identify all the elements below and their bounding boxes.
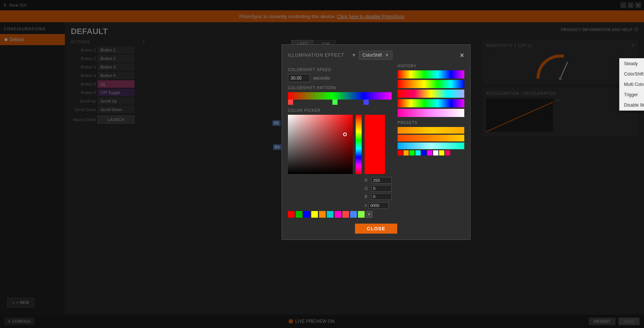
preset-dot-4[interactable]: [421, 150, 426, 155]
swatch-yellow[interactable]: [311, 211, 318, 218]
color-picker-label: COLOR PICKER: [288, 108, 392, 113]
history-item-2[interactable]: [398, 90, 464, 98]
swatch-lightblue[interactable]: [350, 211, 357, 218]
dropdown-item-trigger[interactable]: Trigger: [620, 90, 644, 100]
preset-item-2[interactable]: [398, 143, 464, 149]
effect-selector: ▼ ColorShift ▼: [352, 51, 392, 60]
color-preview-box: [365, 115, 385, 174]
modal-body: COLORSHIFT SPEED seconds COLORSHIFT PATT…: [288, 64, 464, 218]
hex-row: #: [365, 202, 392, 209]
preset-dot-2[interactable]: [409, 150, 415, 155]
pattern-bar[interactable]: [288, 92, 392, 100]
pattern-marker-red[interactable]: [288, 100, 293, 105]
preset-dot-1[interactable]: [404, 150, 409, 155]
rgb-inputs: R G B #: [365, 177, 392, 209]
preset-dot-5[interactable]: [427, 150, 432, 155]
modal-close-x-button[interactable]: ✕: [459, 52, 464, 59]
swatch-orange[interactable]: [319, 211, 326, 218]
hex-input[interactable]: [368, 202, 389, 209]
illumination-modal: ILLUMINATION EFFECT ▼ ColorShift ▼ ✕ Ste…: [282, 44, 471, 240]
preset-item-0[interactable]: [398, 127, 464, 134]
preset-dot-3[interactable]: [415, 150, 421, 155]
preset-dot-8[interactable]: [445, 150, 450, 155]
b-input[interactable]: [371, 193, 392, 200]
dropdown-item-colorshift[interactable]: ColorShift: [620, 69, 644, 79]
r-input[interactable]: [371, 177, 392, 184]
rgb-b-row: B: [365, 193, 392, 200]
swatch-lime[interactable]: [358, 211, 365, 218]
rgb-g-row: G: [365, 185, 392, 192]
swatch-green[interactable]: [296, 211, 302, 218]
colorshift-pattern-label: COLORSHIFT PATTERN: [288, 86, 392, 90]
swatch-more-button[interactable]: ▼: [366, 211, 372, 218]
preset-dot-6[interactable]: [433, 150, 438, 155]
swatch-cyan[interactable]: [327, 211, 333, 218]
colorshift-speed-label: COLORSHIFT SPEED: [288, 68, 392, 72]
pattern-markers: [288, 100, 392, 106]
modal-title: ILLUMINATION EFFECT: [288, 53, 344, 58]
history-label: HISTORY: [398, 64, 464, 68]
history-item-0[interactable]: [398, 70, 464, 78]
preset-item-1[interactable]: [398, 135, 464, 141]
effect-dropdown-menu: Steady ColorShift Multi Color Breathe Tr…: [619, 58, 644, 111]
swatches-row: ▼: [288, 211, 392, 218]
preset-dot-7[interactable]: [439, 150, 444, 155]
pattern-marker-blue[interactable]: [364, 100, 369, 105]
swatch-lightred[interactable]: [342, 211, 349, 218]
swatch-magenta[interactable]: [335, 211, 341, 218]
dropdown-chevron-icon: ▼: [385, 53, 389, 58]
picker-body: R G B #: [288, 115, 392, 209]
dropdown-arrow-left: ▼: [352, 53, 356, 58]
pattern-marker-green[interactable]: [332, 100, 338, 105]
color-preview-rgb: R G B #: [365, 115, 392, 209]
pattern-bar-wrapper: [288, 92, 392, 106]
hue-slider[interactable]: [356, 115, 362, 174]
modal-left: COLORSHIFT SPEED seconds COLORSHIFT PATT…: [288, 64, 392, 218]
swatch-blue[interactable]: [303, 211, 310, 218]
effect-dropdown[interactable]: ColorShift ▼: [359, 51, 392, 60]
speed-row: seconds: [288, 74, 392, 82]
history-item-4[interactable]: [398, 109, 464, 117]
color-cursor: [343, 133, 347, 136]
modal-header: ILLUMINATION EFFECT ▼ ColorShift ▼ ✕: [288, 51, 464, 60]
dropdown-item-multicolorbreathе[interactable]: Multi Color Breathe: [620, 79, 644, 90]
color-canvas[interactable]: [288, 115, 353, 174]
g-input[interactable]: [371, 185, 392, 192]
modal-right: HISTORY PRESETS: [398, 64, 464, 218]
dropdown-item-disable[interactable]: Disable Illumination: [620, 100, 644, 110]
rgb-r-row: R: [365, 177, 392, 184]
speed-input[interactable]: [288, 74, 310, 82]
dropdown-item-steady[interactable]: Steady: [620, 58, 644, 69]
preset-dot-0[interactable]: [398, 150, 403, 155]
preset-dots-row: [398, 150, 464, 155]
presets-label: PRESETS: [398, 121, 464, 125]
history-item-3[interactable]: [398, 99, 464, 107]
swatch-red[interactable]: [288, 211, 295, 218]
close-button[interactable]: CLOSE: [355, 224, 397, 234]
history-item-1[interactable]: [398, 80, 464, 88]
speed-unit: seconds: [313, 76, 330, 81]
